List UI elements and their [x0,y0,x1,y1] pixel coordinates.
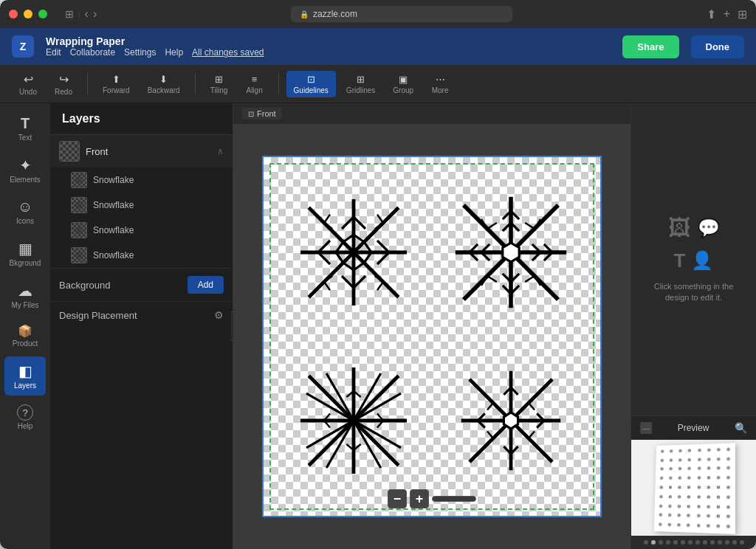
toolbar-more[interactable]: ⋯ More [424,71,456,97]
titlebar: ⊞ | ‹ › 🔒 zazzle.com ⬆ + ⊞ [0,0,756,28]
zoom-out-button[interactable]: − [388,489,407,508]
pd: ❄ [694,474,703,483]
pd: ❄ [704,503,712,511]
toolbar-divider-1 [87,73,88,95]
preview-dot-10[interactable] [718,540,722,545]
preview-dot-4[interactable] [673,540,678,545]
toolbar-forward[interactable]: ⬆ Forward [95,71,137,97]
undo-icon: ↩ [24,72,33,86]
toolbar-undo[interactable]: ↩ Undo [12,69,44,99]
pd: ❄ [675,502,684,511]
grid-icon[interactable]: ⊞ [738,7,747,21]
app-logo: Z [12,35,34,58]
toolbar-gridlines[interactable]: ⊞ Gridlines [339,71,382,97]
done-button[interactable]: Done [691,35,745,58]
sidebar-item-background[interactable]: ▦ Bkground [4,234,46,273]
toolbar-tiling[interactable]: ⊞ Tiling [203,71,236,97]
traffic-light-yellow[interactable] [24,10,32,18]
layer-item-snowflake3[interactable]: Snowflake [50,218,233,243]
pd: ❄ [665,521,674,530]
canvas-wrapper: − + [262,156,602,517]
toolbar-divider-2 [195,73,196,95]
preview-dot-7[interactable] [695,540,700,545]
pd: ❄ [713,522,723,531]
pd: ❄ [674,521,683,530]
layers-panel-title: Layers [62,112,100,125]
traffic-light-green[interactable] [38,10,47,18]
sidebar-item-elements[interactable]: ✦ Elements [4,151,46,190]
share-button[interactable]: Share [622,35,678,58]
menu-settings[interactable]: Settings [124,47,156,58]
sidebar-item-my-files[interactable]: ☁ My Files [4,276,46,315]
pd: ❄ [675,493,684,502]
sidebar-item-help[interactable]: ? Help [4,398,46,436]
preview-dot-2[interactable] [659,540,663,545]
pd: ❄ [714,455,723,463]
layer-item-snowflake4[interactable]: Snowflake [50,243,233,268]
preview-dot-13[interactable] [740,540,744,545]
forward-button[interactable]: › [93,7,97,21]
new-tab-icon[interactable]: + [724,7,730,21]
right-panel: 🖼 💬 T 👤 Click something in the design to… [630,103,756,549]
address-bar[interactable]: 🔒 zazzle.com [291,6,512,22]
sidebar-item-product[interactable]: 📦 Product [4,318,46,353]
snowflake-cell-1[interactable] [278,172,428,333]
svg-marker-82 [504,412,518,429]
canvas-frame[interactable] [262,156,602,517]
traffic-light-red[interactable] [9,10,18,18]
preview-minimize-button[interactable]: — [640,422,652,434]
layer-item-snowflake2[interactable]: Snowflake [50,193,233,218]
pd: ❄ [684,474,693,483]
guidelines-icon: ⊡ [307,74,315,85]
breadcrumb-icon: ⊡ [248,110,254,118]
pd: ❄ [713,493,723,502]
toolbar-backward[interactable]: ⬇ Backward [140,71,188,97]
forward-label: Forward [103,86,130,94]
sidebar-item-icons[interactable]: ☺ Icons [4,193,46,231]
preview-dot-6[interactable] [688,540,693,545]
snowflake-cell-4[interactable] [436,340,585,501]
toolbar-guidelines[interactable]: ⊡ Guidelines [286,71,336,97]
pd: ❄ [694,493,703,502]
canvas-viewport[interactable]: − + [233,124,630,549]
sidebar-item-layers[interactable]: ◧ Layers [4,356,46,396]
preview-dot-3[interactable] [666,540,670,545]
menu-collaborate[interactable]: Collaborate [70,47,115,58]
more-icon: ⋯ [436,74,445,85]
layer-item-snowflake4-name: Snowflake [93,250,134,260]
gear-icon[interactable]: ⚙ [214,309,224,321]
layer-item-snowflake1[interactable]: Snowflake [50,168,233,193]
svg-line-26 [324,282,330,290]
svg-line-52 [525,276,535,282]
toolbar-redo[interactable]: ↪ Redo [47,69,80,99]
preview-dot-0[interactable] [644,540,648,545]
pd: ❄ [723,522,732,532]
preview-search-icon[interactable]: 🔍 [735,422,747,434]
preview-dot-8[interactable] [703,540,707,545]
preview-dot-1[interactable] [651,540,656,545]
share-icon[interactable]: ⬆ [707,7,716,21]
toolbar-align[interactable]: ≡ Align [238,71,271,97]
preview-dot-12[interactable] [732,540,737,545]
layer-item-snowflake2-name: Snowflake [93,200,134,210]
layer-group-front-header[interactable]: Front ∧ [50,135,233,168]
preview-dot-11[interactable] [725,540,729,545]
zoom-in-button[interactable]: + [410,489,429,508]
preview-dot-5[interactable] [681,540,685,545]
sidebar-item-text[interactable]: T Text [4,109,46,148]
toolbar-group[interactable]: ▣ Group [385,71,421,97]
design-placement-label: Design Placement [59,310,137,321]
pd: ❄ [703,522,712,531]
menu-help[interactable]: Help [165,47,183,58]
back-button[interactable]: ‹ [85,7,89,21]
snowflake-4-svg [452,362,570,480]
add-background-button[interactable]: Add [188,276,224,294]
pd: ❄ [684,483,693,492]
menu-edit[interactable]: Edit [46,47,61,58]
preview-dot-9[interactable] [710,540,715,545]
elements-icon: ✦ [19,156,32,174]
snowflake-cell-2[interactable] [436,172,585,333]
svg-line-50 [487,223,497,229]
snowflake-cell-3[interactable] [278,340,428,501]
pd: ❄ [675,483,684,492]
